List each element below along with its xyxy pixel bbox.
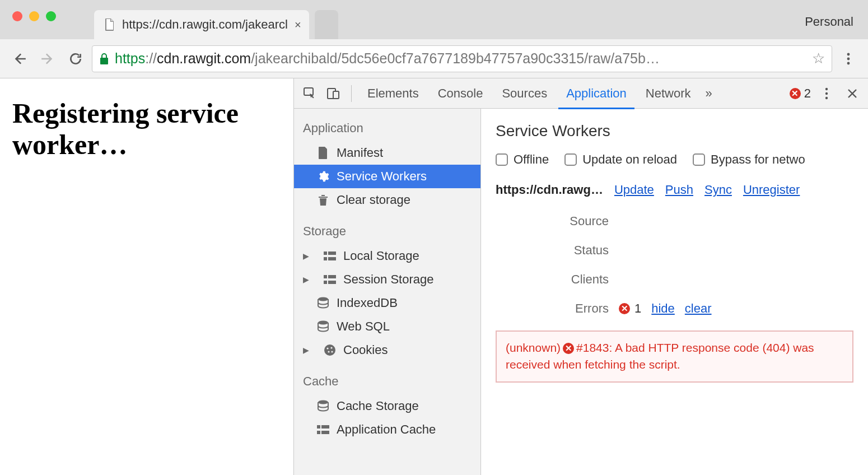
forward-button[interactable] (36, 47, 59, 71)
sidebar-item-application-cache[interactable]: Application Cache (294, 418, 480, 441)
devtools-overflow-button[interactable]: » (702, 78, 715, 109)
sidebar-heading-cache: Cache (294, 362, 480, 394)
svg-rect-10 (328, 252, 336, 255)
sidebar-item-clear-storage[interactable]: Clear storage (294, 188, 480, 212)
page-viewport: Registering service worker… (0, 78, 293, 475)
svg-point-1 (847, 57, 850, 60)
svg-rect-11 (324, 257, 327, 260)
address-bar[interactable]: https://cdn.rawgit.com/jakearchibald/5dc… (92, 45, 832, 72)
background-tab[interactable] (315, 10, 338, 39)
error-count-badge[interactable]: ✕ 2 (790, 86, 811, 101)
svg-point-24 (318, 401, 328, 404)
devtools-tabbar: Elements Console Sources Application Net… (294, 78, 868, 109)
sidebar-item-manifest[interactable]: Manifest (294, 141, 480, 165)
sidebar-item-websql[interactable]: Web SQL (294, 315, 480, 338)
sidebar-item-cookies[interactable]: ▶ Cookies (294, 338, 480, 362)
cookie-icon (323, 343, 337, 357)
clear-errors-link[interactable]: clear (685, 301, 712, 316)
maximize-window-button[interactable] (46, 11, 56, 21)
device-toolbar-button[interactable] (323, 83, 343, 104)
profile-label[interactable]: Personal (805, 15, 853, 29)
file-icon (104, 18, 115, 31)
error-icon: ✕ (563, 343, 574, 354)
errors-row: Errors ✕ 1 hide clear (496, 301, 853, 316)
traffic-lights (0, 0, 56, 21)
svg-rect-14 (328, 275, 336, 278)
svg-point-0 (847, 53, 850, 55)
update-link[interactable]: Update (614, 183, 654, 197)
lock-icon (99, 53, 109, 65)
clients-row: Clients (496, 272, 853, 287)
window-titlebar: https://cdn.rawgit.com/jakearcl × Person… (0, 0, 868, 39)
source-row: Source (496, 214, 853, 229)
browser-menu-button[interactable] (837, 47, 860, 71)
svg-point-7 (825, 92, 828, 94)
browser-tab[interactable]: https://cdn.rawgit.com/jakearcl × (94, 10, 309, 39)
devtools-close-button[interactable] (842, 83, 862, 104)
devtools-tab-elements[interactable]: Elements (360, 78, 427, 109)
tab-close-button[interactable]: × (295, 18, 301, 31)
separator (351, 85, 352, 102)
bookmark-star-icon[interactable]: ☆ (812, 50, 825, 67)
sync-link[interactable]: Sync (704, 183, 732, 197)
error-icon: ✕ (790, 88, 801, 99)
sidebar-item-cache-storage[interactable]: Cache Storage (294, 394, 480, 418)
panel-options-row: Offline Update on reload Bypass for netw… (496, 152, 853, 167)
svg-point-22 (328, 351, 329, 352)
offline-checkbox[interactable]: Offline (496, 152, 549, 167)
unregister-link[interactable]: Unregister (743, 183, 800, 197)
devtools-menu-button[interactable] (816, 83, 837, 104)
database-icon (316, 320, 330, 333)
grid-icon (323, 249, 337, 263)
inspect-element-button[interactable] (300, 83, 320, 104)
devtools-tab-application[interactable]: Application (558, 78, 634, 109)
reload-button[interactable] (64, 47, 87, 71)
status-row: Status (496, 243, 853, 258)
trash-icon (316, 193, 330, 207)
close-window-button[interactable] (12, 11, 22, 21)
svg-point-20 (326, 347, 328, 349)
tab-strip: https://cdn.rawgit.com/jakearcl × (94, 8, 338, 39)
devtools-tab-sources[interactable]: Sources (494, 78, 555, 109)
svg-rect-3 (304, 88, 313, 95)
svg-rect-27 (317, 431, 320, 434)
file-icon (316, 146, 330, 160)
sidebar-item-service-workers[interactable]: Service Workers (294, 165, 480, 188)
sidebar-item-session-storage[interactable]: ▶ Session Storage (294, 268, 480, 291)
sidebar-item-indexeddb[interactable]: IndexedDB (294, 291, 480, 315)
svg-point-6 (825, 87, 828, 90)
svg-point-2 (847, 62, 850, 64)
application-sidebar: Application Manifest Service Workers Cle… (294, 109, 481, 475)
svg-point-23 (331, 351, 333, 352)
origin-label: https://cdn.rawg… (496, 183, 603, 197)
gear-icon (316, 170, 330, 183)
svg-point-8 (825, 96, 828, 99)
svg-rect-28 (321, 431, 329, 434)
tab-title: https://cdn.rawgit.com/jakearcl (122, 17, 288, 32)
svg-point-18 (318, 321, 328, 325)
minimize-window-button[interactable] (29, 11, 39, 21)
sidebar-heading-application: Application (294, 109, 480, 141)
error-icon: ✕ (619, 303, 630, 314)
devtools-panel: Elements Console Sources Application Net… (293, 78, 868, 475)
svg-rect-26 (321, 425, 329, 429)
svg-point-21 (330, 347, 332, 348)
sidebar-item-local-storage[interactable]: ▶ Local Storage (294, 244, 480, 268)
grid-icon (316, 423, 330, 436)
push-link[interactable]: Push (665, 183, 693, 197)
hide-errors-link[interactable]: hide (651, 301, 675, 316)
expand-icon: ▶ (303, 346, 311, 355)
devtools-tab-console[interactable]: Console (430, 78, 491, 109)
devtools-tab-network[interactable]: Network (638, 78, 699, 109)
svg-point-17 (318, 297, 328, 301)
content-area: Registering service worker… Elements Con… (0, 78, 868, 475)
back-button[interactable] (8, 47, 31, 71)
sidebar-heading-storage: Storage (294, 212, 480, 244)
service-workers-panel: Service Workers Offline Update on reload… (481, 109, 868, 475)
url-text: https://cdn.rawgit.com/jakearchibald/5dc… (115, 50, 660, 67)
bypass-network-checkbox[interactable]: Bypass for netwo (693, 152, 805, 167)
svg-rect-5 (333, 91, 339, 99)
svg-rect-13 (324, 275, 327, 278)
update-on-reload-checkbox[interactable]: Update on reload (564, 152, 677, 167)
error-message-box: (unknown)✕#1843: A bad HTTP response cod… (496, 330, 853, 383)
